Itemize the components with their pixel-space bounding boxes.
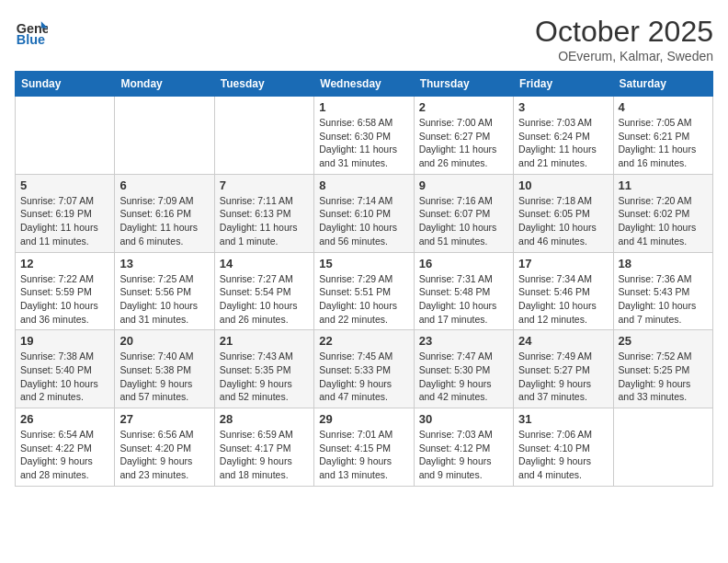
calendar-cell: 4Sunrise: 7:05 AM Sunset: 6:21 PM Daylig… (613, 97, 712, 175)
calendar-cell: 10Sunrise: 7:18 AM Sunset: 6:05 PM Dayli… (514, 174, 613, 252)
calendar-cell: 27Sunrise: 6:56 AM Sunset: 4:20 PM Dayli… (115, 408, 214, 487)
day-number: 12 (20, 257, 109, 270)
cell-text: Sunrise: 7:20 AM Sunset: 6:02 PM Dayligh… (619, 194, 708, 248)
calendar-cell: 3Sunrise: 7:03 AM Sunset: 6:24 PM Daylig… (514, 97, 613, 175)
day-number: 31 (518, 412, 608, 426)
day-number: 5 (20, 178, 109, 192)
calendar-cell: 19Sunrise: 7:38 AM Sunset: 5:40 PM Dayli… (16, 330, 115, 408)
cell-text: Sunrise: 7:03 AM Sunset: 6:24 PM Dayligh… (518, 116, 608, 170)
cell-text: Sunrise: 7:14 AM Sunset: 6:10 PM Dayligh… (319, 194, 408, 248)
week-row-1: 1Sunrise: 6:58 AM Sunset: 6:30 PM Daylig… (16, 97, 713, 175)
day-number: 3 (518, 100, 608, 114)
cell-text: Sunrise: 7:43 AM Sunset: 5:35 PM Dayligh… (220, 350, 309, 404)
day-number: 26 (20, 412, 109, 426)
day-number: 2 (419, 100, 508, 114)
day-number: 1 (319, 100, 408, 114)
day-number: 10 (518, 178, 608, 192)
day-number: 18 (619, 257, 708, 270)
cell-text: Sunrise: 7:11 AM Sunset: 6:13 PM Dayligh… (220, 194, 309, 248)
day-number: 15 (319, 257, 408, 270)
week-row-3: 12Sunrise: 7:22 AM Sunset: 5:59 PM Dayli… (16, 252, 713, 330)
cell-text: Sunrise: 7:01 AM Sunset: 4:15 PM Dayligh… (319, 428, 408, 482)
day-number: 6 (119, 178, 209, 192)
calendar-cell: 31Sunrise: 7:06 AM Sunset: 4:10 PM Dayli… (514, 408, 613, 487)
day-number: 25 (619, 334, 708, 348)
header-thursday: Thursday (414, 72, 513, 97)
calendar-cell: 25Sunrise: 7:52 AM Sunset: 5:25 PM Dayli… (613, 330, 712, 408)
day-number: 19 (20, 334, 109, 348)
day-number: 11 (619, 178, 708, 192)
header-sunday: Sunday (16, 72, 115, 97)
cell-text: Sunrise: 7:03 AM Sunset: 4:12 PM Dayligh… (419, 428, 508, 482)
calendar-cell: 29Sunrise: 7:01 AM Sunset: 4:15 PM Dayli… (314, 408, 414, 487)
calendar-cell: 22Sunrise: 7:45 AM Sunset: 5:33 PM Dayli… (314, 330, 414, 408)
cell-text: Sunrise: 7:18 AM Sunset: 6:05 PM Dayligh… (518, 194, 608, 248)
calendar-cell: 14Sunrise: 7:27 AM Sunset: 5:54 PM Dayli… (214, 252, 313, 330)
week-row-2: 5Sunrise: 7:07 AM Sunset: 6:19 PM Daylig… (16, 174, 713, 252)
cell-text: Sunrise: 7:38 AM Sunset: 5:40 PM Dayligh… (20, 350, 109, 404)
cell-text: Sunrise: 7:45 AM Sunset: 5:33 PM Dayligh… (319, 350, 408, 404)
calendar-cell (613, 408, 712, 487)
day-number: 4 (619, 100, 708, 114)
day-number: 21 (220, 334, 309, 348)
header-saturday: Saturday (613, 72, 712, 97)
day-number: 29 (319, 412, 408, 426)
calendar-cell (115, 97, 214, 175)
calendar-header: SundayMondayTuesdayWednesdayThursdayFrid… (16, 72, 713, 97)
cell-text: Sunrise: 7:07 AM Sunset: 6:19 PM Dayligh… (20, 194, 109, 248)
calendar-cell: 18Sunrise: 7:36 AM Sunset: 5:43 PM Dayli… (613, 252, 712, 330)
cell-text: Sunrise: 7:16 AM Sunset: 6:07 PM Dayligh… (419, 194, 508, 248)
calendar-cell: 12Sunrise: 7:22 AM Sunset: 5:59 PM Dayli… (16, 252, 115, 330)
cell-text: Sunrise: 6:59 AM Sunset: 4:17 PM Dayligh… (220, 428, 309, 482)
cell-text: Sunrise: 7:29 AM Sunset: 5:51 PM Dayligh… (319, 272, 408, 327)
cell-text: Sunrise: 7:09 AM Sunset: 6:16 PM Dayligh… (119, 194, 209, 248)
header-friday: Friday (514, 72, 613, 97)
day-number: 13 (119, 257, 209, 270)
calendar-cell: 17Sunrise: 7:34 AM Sunset: 5:46 PM Dayli… (514, 252, 613, 330)
calendar-cell: 9Sunrise: 7:16 AM Sunset: 6:07 PM Daylig… (414, 174, 513, 252)
day-number: 28 (220, 412, 309, 426)
day-number: 24 (518, 334, 608, 348)
calendar-cell: 2Sunrise: 7:00 AM Sunset: 6:27 PM Daylig… (414, 97, 513, 175)
cell-text: Sunrise: 7:52 AM Sunset: 5:25 PM Dayligh… (619, 350, 708, 404)
logo: General Blue (15, 15, 50, 48)
header-row: SundayMondayTuesdayWednesdayThursdayFrid… (16, 72, 713, 97)
calendar-cell: 8Sunrise: 7:14 AM Sunset: 6:10 PM Daylig… (314, 174, 414, 252)
calendar-cell: 7Sunrise: 7:11 AM Sunset: 6:13 PM Daylig… (214, 174, 313, 252)
cell-text: Sunrise: 7:22 AM Sunset: 5:59 PM Dayligh… (20, 272, 109, 327)
week-row-4: 19Sunrise: 7:38 AM Sunset: 5:40 PM Dayli… (16, 330, 713, 408)
location-subtitle: OEverum, Kalmar, Sweden (535, 49, 713, 63)
calendar-cell (214, 97, 313, 175)
day-number: 9 (419, 178, 508, 192)
calendar-cell: 5Sunrise: 7:07 AM Sunset: 6:19 PM Daylig… (16, 174, 115, 252)
cell-text: Sunrise: 7:47 AM Sunset: 5:30 PM Dayligh… (419, 350, 508, 404)
cell-text: Sunrise: 7:06 AM Sunset: 4:10 PM Dayligh… (518, 428, 608, 482)
calendar-body: 1Sunrise: 6:58 AM Sunset: 6:30 PM Daylig… (16, 97, 713, 487)
header-monday: Monday (115, 72, 214, 97)
calendar-cell: 23Sunrise: 7:47 AM Sunset: 5:30 PM Dayli… (414, 330, 513, 408)
calendar-cell: 24Sunrise: 7:49 AM Sunset: 5:27 PM Dayli… (514, 330, 613, 408)
calendar-cell: 16Sunrise: 7:31 AM Sunset: 5:48 PM Dayli… (414, 252, 513, 330)
day-number: 20 (119, 334, 209, 348)
header-tuesday: Tuesday (214, 72, 313, 97)
calendar-cell: 6Sunrise: 7:09 AM Sunset: 6:16 PM Daylig… (115, 174, 214, 252)
calendar-cell: 11Sunrise: 7:20 AM Sunset: 6:02 PM Dayli… (613, 174, 712, 252)
calendar-cell: 30Sunrise: 7:03 AM Sunset: 4:12 PM Dayli… (414, 408, 513, 487)
cell-text: Sunrise: 7:34 AM Sunset: 5:46 PM Dayligh… (518, 272, 608, 327)
title-block: October 2025 OEverum, Kalmar, Sweden (535, 15, 713, 63)
calendar-cell (16, 97, 115, 175)
calendar-cell: 28Sunrise: 6:59 AM Sunset: 4:17 PM Dayli… (214, 408, 313, 487)
cell-text: Sunrise: 7:27 AM Sunset: 5:54 PM Dayligh… (220, 272, 309, 327)
day-number: 30 (419, 412, 508, 426)
calendar-cell: 20Sunrise: 7:40 AM Sunset: 5:38 PM Dayli… (115, 330, 214, 408)
month-title: October 2025 (535, 15, 713, 49)
calendar-cell: 15Sunrise: 7:29 AM Sunset: 5:51 PM Dayli… (314, 252, 414, 330)
day-number: 7 (220, 178, 309, 192)
calendar-cell: 13Sunrise: 7:25 AM Sunset: 5:56 PM Dayli… (115, 252, 214, 330)
header-wednesday: Wednesday (314, 72, 414, 97)
cell-text: Sunrise: 6:56 AM Sunset: 4:20 PM Dayligh… (119, 428, 209, 482)
calendar-table: SundayMondayTuesdayWednesdayThursdayFrid… (15, 71, 713, 487)
cell-text: Sunrise: 7:00 AM Sunset: 6:27 PM Dayligh… (419, 116, 508, 170)
cell-text: Sunrise: 7:05 AM Sunset: 6:21 PM Dayligh… (619, 116, 708, 170)
logo-icon: General Blue (15, 15, 48, 48)
